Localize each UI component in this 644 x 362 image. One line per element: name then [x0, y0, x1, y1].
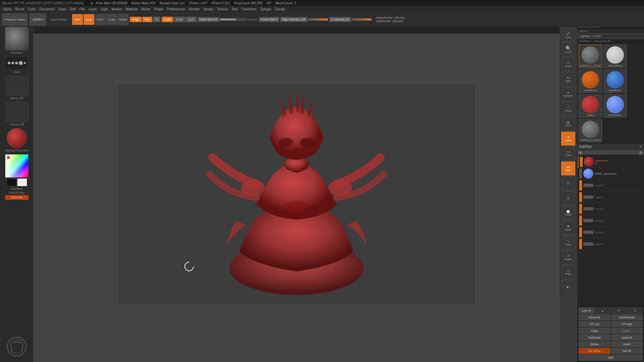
list-all-button[interactable]: List All: [579, 307, 594, 314]
subtool-toggle-icons[interactable]: ≡: [638, 150, 643, 155]
tool-thumb-simplebrush[interactable]: SimpleBrush: [579, 69, 602, 93]
all-low-button[interactable]: All Low: [579, 321, 610, 327]
move-icon-button[interactable]: ✥ Move: [561, 221, 576, 235]
canvas-area[interactable]: [34, 27, 559, 362]
menu-color[interactable]: Color: [26, 7, 38, 11]
all-high-button[interactable]: All High: [611, 321, 643, 327]
split-button[interactable]: Split: [579, 355, 643, 361]
swap-button[interactable]: ⇅: [627, 307, 643, 314]
arrow-up-button[interactable]: ▲: [595, 307, 610, 314]
polyf2-button[interactable]: ◧: [561, 280, 576, 294]
delete-button[interactable]: Delete: [579, 341, 610, 347]
arrow-down-button[interactable]: ▼: [611, 307, 627, 314]
tool-thumb-alphabrush[interactable]: AlphaBrush: [603, 69, 627, 93]
brush-preview[interactable]: [5, 27, 29, 50]
menu-preferences[interactable]: Preferences: [165, 7, 187, 11]
snap1-button[interactable]: ⊙: [561, 176, 576, 190]
edit-button[interactable]: Edit: [72, 14, 83, 25]
menu-marker[interactable]: Marker: [110, 7, 124, 11]
paste-button[interactable]: Paste: [611, 328, 643, 334]
subtool-item-dynamesh[interactable]: Dynamesh ▶: [578, 156, 643, 168]
floor-button[interactable]: ▦ Floor: [561, 117, 576, 131]
lsym-button[interactable]: ⟺ L.Sym: [561, 146, 576, 161]
subtool-item-cloud1[interactable]: Cloud 0: [578, 203, 643, 215]
menu-alpha[interactable]: Alpha: [1, 7, 13, 11]
subtool-collapse-icon[interactable]: ▼: [639, 145, 642, 148]
scroll-button[interactable]: ⤢ Scroll: [561, 27, 576, 42]
swatch-white[interactable]: [17, 178, 27, 186]
z-intensity-slider[interactable]: [352, 18, 372, 21]
rgb-intensity-value[interactable]: Rgb Intensity 100: [280, 17, 307, 22]
scale-icon-button[interactable]: ⤡ Scale: [561, 235, 576, 250]
duplicate-button[interactable]: Duplicate: [579, 335, 610, 341]
rotate-icon-button[interactable]: ↺ Rotate: [561, 250, 576, 264]
menu-file[interactable]: File: [78, 7, 87, 11]
rotate-button[interactable]: Rotate: [118, 14, 128, 25]
m-button[interactable]: M: [153, 17, 160, 22]
subtool-item-layer2[interactable]: Layer 1: [578, 191, 643, 203]
autoreorder-button[interactable]: AutoReorder: [611, 314, 643, 320]
rename-button[interactable]: Rename: [579, 314, 610, 320]
del-all-button[interactable]: Del All: [611, 348, 643, 354]
scale-button[interactable]: Scale: [106, 14, 117, 25]
polyf-button[interactable]: ⬡ PolyF: [561, 265, 576, 280]
dot-preview[interactable]: [5, 56, 29, 70]
menu-transform[interactable]: Transform: [240, 7, 258, 11]
menu-edit[interactable]: Edit: [68, 7, 77, 11]
tool-thumb-7[interactable]: workflow_1_zremes: [579, 119, 602, 142]
subtool-toggle-slider[interactable]: [584, 150, 638, 155]
lightbox-button[interactable]: LightBox: [30, 13, 46, 25]
subtool-item-pm2d[interactable]: PM2D_Sphere301: [578, 168, 643, 180]
tool-thumb-eraserbrush[interactable]: EraserBrush: [603, 94, 627, 118]
projection-master-button[interactable]: Projection Master: [2, 13, 28, 25]
zoom-button[interactable]: 🔍 Zoom: [561, 42, 576, 57]
canvas-inner[interactable]: [117, 84, 476, 305]
menu-brush[interactable]: Brush: [14, 7, 26, 11]
z-intensity-value[interactable]: Z Intensity 25: [329, 17, 351, 22]
local-button[interactable]: ⊕ Local: [561, 131, 576, 146]
alternate-button[interactable]: Alternate: [5, 195, 29, 200]
menu-picker[interactable]: Picker: [152, 7, 165, 11]
material-ball[interactable]: [7, 128, 27, 148]
rgb-button[interactable]: Rgb: [142, 17, 153, 22]
zcut-button[interactable]: Zcut: [186, 17, 197, 22]
zsub-button[interactable]: Zsub: [174, 17, 185, 22]
menu-zplugin[interactable]: Zplugin: [259, 7, 273, 11]
snap2-button[interactable]: ◎: [561, 191, 576, 205]
focal-shift-value[interactable]: Focal Shift 0: [259, 17, 279, 22]
tool-thumb-spherebrush[interactable]: SphereBrush: [603, 45, 627, 68]
persp-button[interactable]: ⬡ Persp: [561, 102, 576, 116]
alpha-preview[interactable]: [5, 76, 29, 96]
rgb-intensity-slider[interactable]: [308, 18, 328, 21]
insert-button[interactable]: Insert: [611, 341, 643, 347]
tool-thumb-1[interactable]: workflow_1_zremes: [579, 45, 602, 68]
menu-zscript[interactable]: Zscript: [273, 7, 287, 11]
texture-preview[interactable]: [5, 102, 29, 122]
menu-render[interactable]: Render: [187, 7, 202, 11]
swatch-black[interactable]: [6, 178, 16, 186]
frame-button[interactable]: ⬜ Frame: [561, 205, 576, 220]
draw-size-slider[interactable]: [220, 18, 247, 21]
subtool-item-layer3[interactable]: Layer 0: [578, 238, 643, 250]
menu-document[interactable]: Document: [38, 7, 57, 11]
qxyz-button[interactable]: xyz Qxyz: [561, 161, 576, 176]
menu-layer[interactable]: Layer: [87, 7, 99, 11]
subtool-item-layer1[interactable]: Layer 0: [578, 180, 643, 191]
tool-thumb-aahai[interactable]: AaHai: [579, 94, 602, 118]
subtool-toggle-on[interactable]: ●: [578, 150, 583, 155]
menu-texture[interactable]: Texture: [215, 7, 229, 11]
zadd-button[interactable]: Zadd: [162, 17, 173, 22]
dynamic-button[interactable]: ◈ Dynamic: [561, 87, 576, 101]
actual-button[interactable]: ⊡ Actual: [561, 57, 576, 72]
draw-size-value[interactable]: Draw Size 64: [198, 17, 219, 22]
subtool-item-cloud3[interactable]: Cloud 2: [578, 227, 643, 238]
menu-tool[interactable]: Tool: [230, 7, 239, 11]
del-other-button[interactable]: Del Other: [579, 348, 610, 354]
color-picker[interactable]: [5, 154, 29, 178]
append-button[interactable]: Append: [611, 335, 643, 341]
menu-material[interactable]: Material: [124, 7, 140, 11]
subtool-item-cloud2[interactable]: Cloud 1: [578, 215, 643, 227]
menu-movie[interactable]: Movie: [140, 7, 152, 11]
menu-light[interactable]: Light: [99, 7, 110, 11]
mrgb-button[interactable]: Mrgb: [130, 17, 142, 22]
